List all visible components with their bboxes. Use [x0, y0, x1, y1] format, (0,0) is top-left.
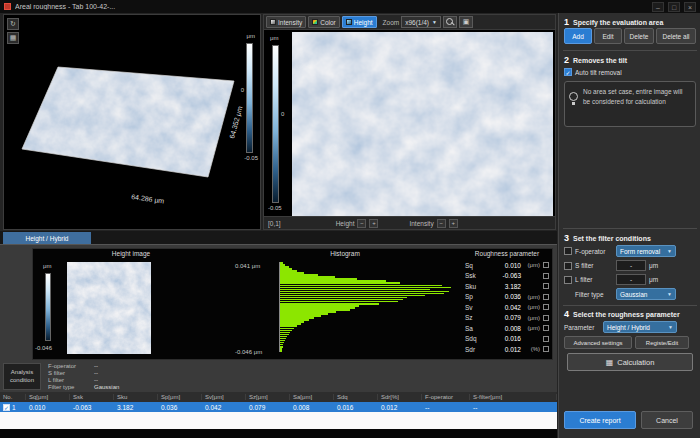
- parameter-unit: (μm): [521, 325, 540, 331]
- f-operator-select[interactable]: Form removal ▼: [616, 245, 676, 257]
- parameter-checkbox[interactable]: [543, 346, 549, 352]
- intensity-decrease-button[interactable]: −: [437, 219, 446, 228]
- parameter-unit: (μm): [521, 294, 540, 300]
- add-button[interactable]: Add: [564, 28, 592, 44]
- parameter-checkbox[interactable]: [543, 273, 549, 279]
- filter-type-select[interactable]: Gaussian ▼: [616, 288, 676, 300]
- height-image-thumbnail[interactable]: [67, 262, 151, 354]
- table-header-cell: Sq[μm]: [26, 394, 70, 400]
- 3d-view-panel: ↻ ▦ 64.352 μm 64.286 μm μm 0 -0.05: [3, 14, 261, 230]
- table-cell: 0.008: [290, 404, 334, 411]
- 2d-view-panel: Intensity Color Height Zoom x96(1/4) ▼ ▣…: [263, 14, 556, 230]
- height-color-scale: [272, 45, 279, 203]
- scale-unit-label: μm: [247, 33, 255, 39]
- parameter-value: 0.012: [482, 346, 521, 353]
- edit-button[interactable]: Edit: [594, 28, 622, 44]
- surface-3d-view[interactable]: 64.352 μm 64.286 μm: [6, 31, 246, 223]
- section-3-header: 3 Set the filter conditions: [564, 233, 651, 243]
- magnifier-icon: [446, 18, 454, 26]
- cancel-button[interactable]: Cancel: [641, 411, 693, 429]
- row-checkbox[interactable]: ✓: [3, 404, 10, 411]
- info-text: No area set case, entire image will be c…: [583, 87, 691, 121]
- table-row-number-cell: ✓1: [0, 404, 26, 411]
- height-icon: [346, 19, 352, 25]
- l-filter-input[interactable]: -: [616, 274, 646, 285]
- fit-view-button[interactable]: ▣: [459, 16, 473, 28]
- parameter-value: 3.182: [482, 283, 521, 290]
- section-4-header: 4 Select the roughness parameter: [564, 309, 680, 319]
- rotate-view-icon[interactable]: ↻: [7, 18, 19, 30]
- parameter-select[interactable]: Height / Hybrid ▼: [603, 321, 677, 333]
- condition-name: L filter: [48, 377, 94, 383]
- s-filter-checkbox[interactable]: [564, 262, 572, 270]
- minimize-icon[interactable]: –: [652, 2, 664, 12]
- table-header-cell: Sku: [114, 394, 158, 400]
- roughness-parameter-list: Sq0.010(μm)Ssk-0.063Sku3.182Sp0.036(μm)S…: [465, 260, 549, 355]
- advanced-settings-button[interactable]: Advanced settings: [564, 336, 632, 349]
- condition-name: Filter type: [48, 384, 94, 390]
- parameter-unit: (μm): [521, 315, 540, 321]
- roughness-parameter-row: Sz0.079(μm): [465, 313, 549, 324]
- intensity-view-button[interactable]: Intensity: [266, 16, 306, 28]
- f-operator-checkbox[interactable]: [564, 247, 572, 255]
- lightbulb-icon: [569, 92, 578, 101]
- intensity-icon: [270, 19, 276, 25]
- table-row[interactable]: ✓10.010-0.0633.1820.0360.0420.0790.0080.…: [0, 402, 557, 412]
- table-cell: 0.012: [378, 404, 422, 411]
- scale-min-label: -0.05: [244, 155, 258, 161]
- parameter-checkbox[interactable]: [543, 325, 549, 331]
- auto-tilt-checkbox[interactable]: ✓: [564, 68, 572, 76]
- s-filter-input[interactable]: -: [616, 260, 646, 271]
- calculation-button[interactable]: ▦ Calculation: [567, 353, 693, 371]
- color-view-button[interactable]: Color: [308, 16, 340, 28]
- height-color-scale: [45, 273, 51, 341]
- height-view-button[interactable]: Height: [342, 16, 377, 28]
- register-edit-button[interactable]: Registe/Edit: [635, 336, 689, 349]
- result-tab-strip: Height / Hybrid: [0, 231, 557, 244]
- parameter-checkbox[interactable]: [543, 315, 549, 321]
- parameter-checkbox[interactable]: [543, 304, 549, 310]
- parameter-checkbox[interactable]: [543, 283, 549, 289]
- chevron-down-icon: ▼: [668, 324, 673, 330]
- chevron-down-icon: ▼: [667, 248, 672, 254]
- close-icon[interactable]: ×: [684, 2, 696, 12]
- parameter-name: Sp: [465, 293, 482, 300]
- analysis-condition-label: Analysis condition: [3, 363, 41, 390]
- histogram-plot: [279, 262, 451, 352]
- delete-button[interactable]: Delete: [624, 28, 654, 44]
- magnifier-button[interactable]: [443, 16, 457, 28]
- parameter-name: Sa: [465, 325, 482, 332]
- analysis-condition-row: F-operator--: [48, 362, 119, 369]
- table-cell: 0.079: [246, 404, 290, 411]
- analysis-condition-list: F-operator--S filter--L filter--Filter t…: [48, 362, 119, 390]
- intensity-layer-label: Intensity: [409, 220, 433, 227]
- table-header-cell: Sz[μm]: [246, 394, 290, 400]
- parameter-checkbox[interactable]: [543, 262, 549, 268]
- intensity-increase-button[interactable]: +: [449, 219, 458, 228]
- tab-height-hybrid[interactable]: Height / Hybrid: [3, 232, 91, 244]
- height-map-image[interactable]: [292, 32, 553, 216]
- table-empty-area: [0, 412, 557, 429]
- table-cell: --: [422, 404, 470, 411]
- height-increase-button[interactable]: +: [369, 219, 378, 228]
- histogram-section: Histogram 0.041 μm -0.046 μm: [231, 249, 459, 359]
- condition-value: --: [94, 370, 98, 376]
- histogram-max-label: 0.041 μm: [235, 263, 260, 269]
- parameter-checkbox[interactable]: [543, 336, 549, 342]
- height-decrease-button[interactable]: −: [357, 219, 366, 228]
- delete-all-button[interactable]: Delete all: [656, 28, 696, 44]
- l-filter-checkbox[interactable]: [564, 276, 572, 284]
- table-header-cell: Sp[μm]: [158, 394, 202, 400]
- parameter-name: Ssk: [465, 272, 482, 279]
- l-filter-row: L filter - μm: [564, 274, 658, 285]
- parameter-checkbox[interactable]: [543, 294, 549, 300]
- parameter-value: 0.042: [482, 304, 521, 311]
- parameter-row: Parameter Height / Hybrid ▼: [564, 321, 677, 333]
- filter-type-row: Filter type Gaussian ▼: [575, 288, 676, 300]
- window-title: Areal roughness - Tab 100-42-...: [15, 3, 648, 10]
- maximize-icon[interactable]: □: [668, 2, 680, 12]
- results-display-area: Height image μm -0.046 Histogram 0.04: [32, 248, 553, 360]
- table-header-cell: Sdr[%]: [378, 394, 422, 400]
- create-report-button[interactable]: Create report: [564, 411, 636, 429]
- zoom-select[interactable]: x96(1/4) ▼: [401, 16, 441, 28]
